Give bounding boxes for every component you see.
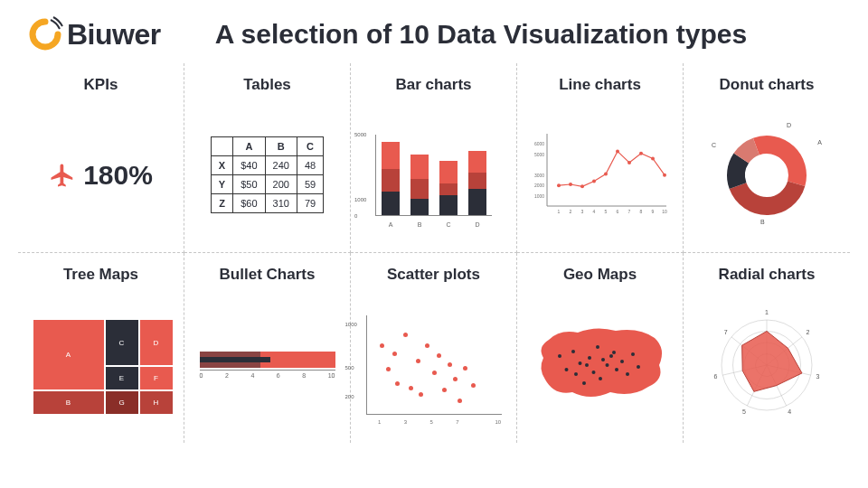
svg-point-20 xyxy=(580,184,584,188)
svg-point-36 xyxy=(596,345,599,349)
svg-text:7: 7 xyxy=(627,209,630,214)
cell-title: Radial charts xyxy=(719,266,816,284)
cell-title: KPIs xyxy=(84,76,118,94)
svg-text:3: 3 xyxy=(580,209,583,214)
svg-text:8: 8 xyxy=(639,209,642,214)
cell-bullet-charts: Bullet Charts 0246810 xyxy=(184,253,351,443)
svg-point-30 xyxy=(571,350,575,353)
svg-point-18 xyxy=(557,183,561,187)
svg-point-19 xyxy=(569,183,572,186)
line-chart: 1000200030005000600012345678910 xyxy=(533,130,668,221)
kpi-value: 180% xyxy=(83,160,153,191)
svg-point-42 xyxy=(626,372,629,376)
svg-text:3: 3 xyxy=(816,373,820,380)
svg-point-45 xyxy=(585,363,589,367)
svg-text:5: 5 xyxy=(742,408,746,415)
svg-point-28 xyxy=(558,354,561,358)
svg-point-0 xyxy=(42,31,49,38)
cell-line-charts: Line charts 1000200030005000600012345678… xyxy=(517,63,684,253)
svg-point-22 xyxy=(604,172,608,175)
treemap: ABCDEFGH xyxy=(33,320,169,410)
svg-point-35 xyxy=(591,371,595,374)
svg-point-44 xyxy=(637,365,640,369)
airplane-icon xyxy=(49,162,76,189)
cell-title: Bar charts xyxy=(395,76,471,94)
svg-point-31 xyxy=(574,372,578,376)
svg-point-25 xyxy=(639,151,643,155)
brand-logo: Biuwer xyxy=(27,16,161,52)
svg-point-24 xyxy=(627,161,631,164)
cell-title: Line charts xyxy=(559,76,641,94)
svg-text:2: 2 xyxy=(569,209,571,214)
sample-table: A B C X$4024048 Y$5020059 Z$6031079 xyxy=(211,136,324,213)
svg-point-46 xyxy=(601,358,605,361)
svg-text:6000: 6000 xyxy=(533,141,543,146)
svg-text:6: 6 xyxy=(714,373,718,380)
page-title: A selection of 10 Data Visualization typ… xyxy=(215,19,748,50)
cell-tree-maps: Tree Maps ABCDEFGH xyxy=(18,253,184,443)
donut-chart: A B C D xyxy=(717,126,816,225)
cell-tables: Tables A B C X$4024048 Y$5020059 Z$60310… xyxy=(184,63,351,253)
svg-point-27 xyxy=(663,173,666,176)
cell-title: Bullet Charts xyxy=(220,266,316,284)
cell-radial-charts: Radial charts 1234567 xyxy=(684,253,850,443)
svg-text:10: 10 xyxy=(662,209,667,214)
viz-grid: KPIs 180% Tables A B C X$4024048 Y$502 xyxy=(0,63,868,461)
brand-name: Biuwer xyxy=(67,18,161,52)
svg-point-34 xyxy=(588,356,591,360)
cell-title: Tables xyxy=(243,76,291,94)
svg-point-29 xyxy=(564,368,568,371)
cell-scatter-plots: Scatter plots 1000 500 200 135710 xyxy=(351,253,517,443)
svg-point-41 xyxy=(620,360,624,363)
svg-point-40 xyxy=(615,368,618,371)
svg-text:7: 7 xyxy=(724,329,728,335)
cell-title: Tree Maps xyxy=(63,266,138,284)
cell-title: Geo Maps xyxy=(563,266,637,284)
svg-text:4: 4 xyxy=(592,209,595,214)
cell-donut-charts: Donut charts A B C D xyxy=(684,63,850,253)
svg-point-43 xyxy=(631,352,635,356)
svg-point-23 xyxy=(616,149,619,153)
svg-text:5000: 5000 xyxy=(533,151,543,156)
bar-chart: 5000 1000 0 ABCD xyxy=(375,135,492,216)
cell-title: Donut charts xyxy=(720,76,815,94)
svg-text:6: 6 xyxy=(616,209,618,214)
bullet-chart: 0246810 xyxy=(200,352,335,379)
svg-point-47 xyxy=(612,351,616,354)
svg-text:1: 1 xyxy=(765,309,769,315)
svg-point-26 xyxy=(651,156,655,160)
svg-text:9: 9 xyxy=(651,209,654,214)
cell-geo-maps: Geo Maps xyxy=(517,253,684,443)
radial-chart: 1234567 xyxy=(708,306,826,424)
svg-point-33 xyxy=(582,381,586,385)
scatter-plot: 1000 500 200 135710 xyxy=(366,315,502,415)
svg-point-39 xyxy=(609,354,613,358)
svg-point-38 xyxy=(605,363,609,367)
svg-text:2: 2 xyxy=(806,329,809,335)
kpi: 180% xyxy=(49,160,153,191)
svg-point-32 xyxy=(578,361,581,365)
header: Biuwer A selection of 10 Data Visualizat… xyxy=(0,0,868,63)
svg-text:4: 4 xyxy=(788,408,791,415)
cell-title: Scatter plots xyxy=(387,266,480,284)
cell-kpis: KPIs 180% xyxy=(18,63,184,253)
logo-icon xyxy=(27,16,63,52)
svg-text:5: 5 xyxy=(604,209,607,214)
svg-text:3000: 3000 xyxy=(533,172,543,177)
svg-text:2000: 2000 xyxy=(533,183,543,188)
svg-text:1: 1 xyxy=(557,209,560,214)
cell-bar-charts: Bar charts 5000 1000 0 ABCD xyxy=(351,63,517,253)
geo-map xyxy=(533,320,668,410)
svg-point-37 xyxy=(599,377,602,380)
svg-text:1000: 1000 xyxy=(533,192,543,198)
svg-point-21 xyxy=(592,179,596,183)
